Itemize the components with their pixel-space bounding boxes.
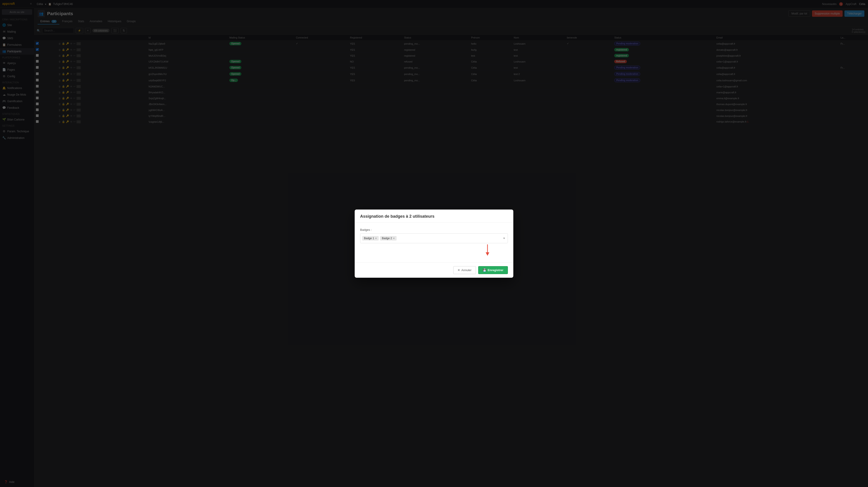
badge-2-remove[interactable]: × xyxy=(393,237,395,240)
badge-2-label: Badge 2 xyxy=(382,237,392,240)
badge-tag-1: Badge 1 × xyxy=(362,236,379,240)
dropdown-arrow[interactable]: ▾ xyxy=(502,235,506,241)
modal-footer: ✕ Annuler 💾 Enregistrer xyxy=(355,262,513,278)
modal-title: Assignation de badges à 2 utilisateurs xyxy=(360,214,508,219)
badge-assignment-modal: Assignation de badges à 2 utilisateurs B… xyxy=(355,209,513,278)
modal-body: Badges : Badge 1 × Badge 2 × ▾ xyxy=(355,223,513,262)
badge-input-area[interactable]: Badge 1 × Badge 2 × ▾ xyxy=(360,233,508,243)
badge-1-label: Badge 1 xyxy=(364,237,374,240)
cancel-label: Annuler xyxy=(461,268,472,272)
save-label: Enregistrer xyxy=(488,268,503,272)
modal-overlay: Assignation de badges à 2 utilisateurs B… xyxy=(0,0,868,487)
arrow-container xyxy=(360,243,508,257)
cancel-x-icon: ✕ xyxy=(458,268,460,272)
badge-tag-2: Badge 2 × xyxy=(380,236,397,240)
svg-marker-1 xyxy=(486,252,489,256)
cancel-button[interactable]: ✕ Annuler xyxy=(453,266,476,274)
red-arrow-annotation xyxy=(481,243,494,256)
save-icon: 💾 xyxy=(483,268,486,272)
modal-header: Assignation de badges à 2 utilisateurs xyxy=(355,209,513,223)
badges-label: Badges : xyxy=(360,228,508,231)
badge-1-remove[interactable]: × xyxy=(375,237,377,240)
save-button[interactable]: 💾 Enregistrer xyxy=(478,266,508,274)
